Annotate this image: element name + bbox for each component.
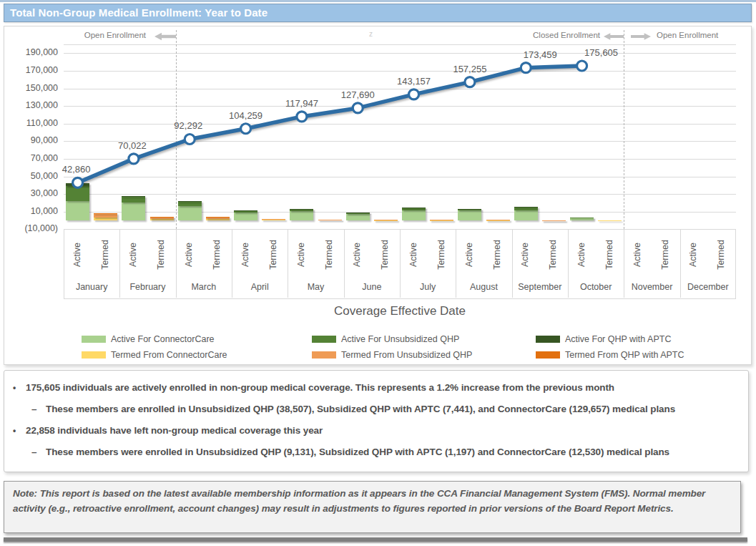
termed-tick-label: Termed xyxy=(548,233,559,276)
month-tick-label: December xyxy=(680,282,736,292)
report-title-bar: Total Non-Group Medical Enrollment: Year… xyxy=(4,4,752,22)
page-title: Total Non-Group Medical Enrollment: Year… xyxy=(4,4,751,21)
line-data-label: 157,255 xyxy=(440,64,500,74)
line-data-label: 143,157 xyxy=(384,76,444,87)
legend-swatch-icon xyxy=(312,336,336,343)
bullet-text: 22,858 individuals have left non-group m… xyxy=(26,424,748,437)
open-enrollment-label-right: Open Enrollment xyxy=(657,31,756,39)
month-tick-label: November xyxy=(624,282,679,292)
termed-tick-label: Termed xyxy=(716,233,727,276)
termed-tick-label: Termed xyxy=(660,233,672,276)
active-tick-label: Active xyxy=(296,233,308,276)
legend-label: Active For QHP with APTC xyxy=(565,334,671,344)
closed-enrollment-label: Closed Enrollment xyxy=(500,31,600,39)
bullet-marker: – xyxy=(31,446,46,459)
active-tick-label: Active xyxy=(72,233,84,276)
note-text: Note: This report is based on the latest… xyxy=(13,488,705,514)
legend-label: Termed From QHP with APTC xyxy=(565,350,684,360)
bullet-marker: • xyxy=(13,424,26,437)
legend-swatch-icon xyxy=(536,351,560,359)
ytd-enrollment-line xyxy=(64,44,736,229)
termed-tick-label: Termed xyxy=(324,233,335,276)
y-axis-tick-label: 10,000 xyxy=(6,206,58,216)
right-arrow-icon xyxy=(631,32,651,41)
sub-bullet-item: –These members are enrolled in Unsubsidi… xyxy=(4,403,748,416)
y-axis-tick-label: 70,000 xyxy=(6,153,58,163)
termed-tick-label: Termed xyxy=(156,233,167,276)
x-axis-title: Coverage Effective Date xyxy=(64,304,736,318)
month-tick-label: March xyxy=(176,282,232,292)
legend-item: Termed From Unsubsidized QHP xyxy=(312,348,472,358)
line-data-label: 175,605 xyxy=(571,47,632,58)
active-tick-label: Active xyxy=(464,233,476,276)
active-tick-label: Active xyxy=(240,233,252,276)
termed-tick-label: Termed xyxy=(436,233,448,276)
bullet-text: These members are enrolled in Unsubsidiz… xyxy=(46,403,748,416)
y-axis-tick-label: 190,000 xyxy=(6,47,58,57)
termed-tick-label: Termed xyxy=(212,233,223,276)
legend-label: Active For ConnectorCare xyxy=(111,334,215,344)
active-tick-label: Active xyxy=(184,233,195,276)
bullet-item: •175,605 individuals are actively enroll… xyxy=(4,381,748,394)
bullet-item: •22,858 individuals have left non-group … xyxy=(4,424,748,437)
legend-item: Active For ConnectorCare xyxy=(82,332,215,342)
active-tick-label: Active xyxy=(128,233,139,276)
legend-swatch-icon xyxy=(536,336,560,343)
month-tick-label: August xyxy=(456,282,511,292)
bullet-text: 175,605 individuals are actively enrolle… xyxy=(26,381,748,394)
month-tick-label: June xyxy=(344,282,400,292)
y-axis-tick-label: (10,000) xyxy=(6,223,58,233)
left-arrow-icon xyxy=(154,32,176,41)
month-tick-label: May xyxy=(288,282,343,292)
sub-bullet-item: –These members were enrolled in Unsubsid… xyxy=(4,446,748,459)
termed-tick-label: Termed xyxy=(380,233,391,276)
legend-swatch-icon xyxy=(312,351,336,359)
month-tick-label: April xyxy=(232,282,288,292)
y-axis-tick-label: 90,000 xyxy=(6,135,58,145)
legend-swatch-icon xyxy=(82,351,106,359)
termed-tick-label: Termed xyxy=(604,233,616,276)
termed-tick-label: Termed xyxy=(100,233,112,276)
page-top-edge xyxy=(0,0,756,2)
termed-tick-label: Termed xyxy=(492,233,504,276)
line-data-label: 92,292 xyxy=(158,120,218,131)
y-axis-tick-label: 130,000 xyxy=(6,100,58,110)
termed-tick-label: Termed xyxy=(268,233,280,276)
y-axis-tick-label: 150,000 xyxy=(6,83,58,93)
line-data-label: 104,259 xyxy=(216,110,276,121)
legend-item: Termed From ConnectorCare xyxy=(82,348,227,358)
active-tick-label: Active xyxy=(688,233,699,276)
note-panel: Note: This report is based on the latest… xyxy=(4,481,741,533)
enrollment-chart-panel: Open Enrollment Closed Enrollment Open E… xyxy=(4,26,752,365)
active-tick-label: Active xyxy=(576,233,588,276)
enrollment-report-page: Total Non-Group Medical Enrollment: Year… xyxy=(0,0,756,546)
month-tick-label: September xyxy=(512,282,568,292)
month-tick-label: February xyxy=(119,282,175,292)
summary-bullets-panel: •175,605 individuals are actively enroll… xyxy=(4,370,749,472)
bottom-divider-bar xyxy=(4,537,747,542)
line-data-label: 70,022 xyxy=(102,140,162,151)
legend-label: Active For Unsubsidized QHP xyxy=(341,334,459,344)
left-arrow-icon xyxy=(604,32,624,41)
y-axis-tick-label: 170,000 xyxy=(6,65,58,75)
open-enrollment-label-left: Open Enrollment xyxy=(47,31,146,39)
line-data-label: 127,690 xyxy=(328,89,388,100)
legend-label: Termed From ConnectorCare xyxy=(111,350,227,360)
y-axis-tick-label: 110,000 xyxy=(6,118,58,128)
bullet-marker: • xyxy=(13,381,26,394)
legend-swatch-icon xyxy=(82,336,106,343)
stray-z-text: z xyxy=(369,30,373,38)
line-data-label: 117,947 xyxy=(272,98,332,109)
active-tick-label: Active xyxy=(632,233,644,276)
legend-item: Active For QHP with APTC xyxy=(536,332,671,342)
line-data-label: 173,459 xyxy=(510,49,570,60)
month-tick-label: January xyxy=(64,282,119,292)
bullet-text: These members were enrolled in Unsubsidi… xyxy=(46,446,748,459)
legend-item: Termed From QHP with APTC xyxy=(536,348,684,358)
legend-label: Termed From Unsubsidized QHP xyxy=(341,350,472,360)
active-tick-label: Active xyxy=(352,233,363,276)
month-tick-label: October xyxy=(568,282,624,292)
y-axis-tick-label: 30,000 xyxy=(6,188,58,198)
line-data-label: 42,860 xyxy=(46,164,107,175)
month-tick-label: July xyxy=(400,282,456,292)
